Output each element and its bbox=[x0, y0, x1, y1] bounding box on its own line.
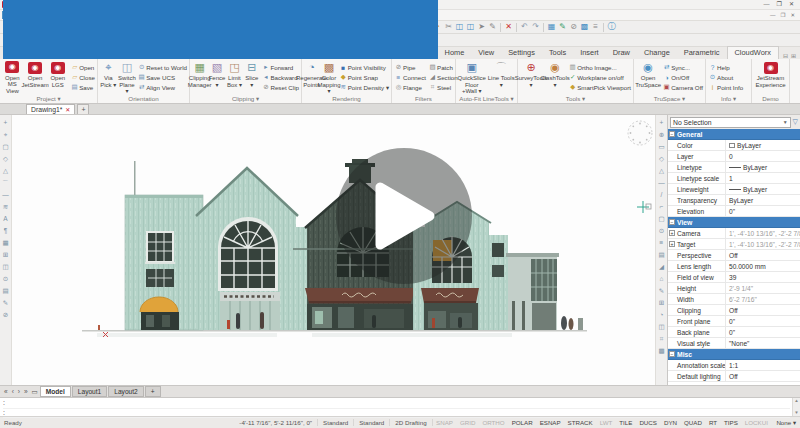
right-rail-tool-icon[interactable]: ≡ bbox=[660, 237, 664, 249]
status-toggle-rt[interactable]: RT bbox=[705, 419, 720, 426]
ribbon-item-align-view[interactable]: ⇄Align View bbox=[137, 82, 187, 92]
right-rail-tool-icon[interactable]: ⊙ bbox=[659, 225, 664, 237]
property-value[interactable]: 1:1 bbox=[726, 360, 800, 370]
layout-nav-icon[interactable]: » bbox=[22, 388, 30, 395]
ribbon-button-open-jetstream[interactable]: ◉Open JetStream bbox=[24, 60, 47, 94]
ribbon-button-limit-box[interactable]: ◳Limit Box ▾ bbox=[226, 60, 243, 94]
ribbon-item-point-visibility[interactable]: ■Point Visibility bbox=[339, 62, 389, 72]
ribbon-group-label[interactable]: Clipping ▾ bbox=[190, 94, 301, 103]
erase-icon[interactable]: ✕ bbox=[503, 21, 514, 33]
ribbon-item-on-off[interactable]: ◑On/Off bbox=[662, 72, 703, 82]
right-rail-tool-icon[interactable]: ⌗ bbox=[660, 333, 664, 345]
property-value[interactable]: 39 bbox=[726, 272, 800, 282]
ribbon-button-open-truspace[interactable]: ◉Open TruSpace bbox=[635, 60, 661, 94]
property-value[interactable]: Off bbox=[726, 371, 800, 381]
ribbon-item-open[interactable]: ▱Open bbox=[70, 62, 95, 72]
ribbon-group-label[interactable]: Auto-Fit LineTools ▾ bbox=[456, 94, 517, 103]
ribbon-item-help[interactable]: ?Help bbox=[708, 62, 743, 72]
left-rail-tool-icon[interactable]: + bbox=[4, 117, 8, 129]
ribbon-item-camera-off[interactable]: ▣Camera Off bbox=[662, 82, 703, 92]
right-rail-tool-icon[interactable]: ⌂ bbox=[660, 273, 664, 285]
ribbon-item-sync-[interactable]: ⇄Sync... bbox=[662, 62, 703, 72]
ribbon-item-patch[interactable]: ▨Patch bbox=[428, 62, 458, 72]
ribbon-item-reset-to-world[interactable]: ⊙Reset to World bbox=[137, 62, 187, 72]
ribbon-tab-file[interactable]: File bbox=[3, 0, 438, 59]
right-rail-tool-icon[interactable]: ▭ bbox=[658, 141, 664, 153]
video-play-button[interactable] bbox=[336, 148, 472, 284]
status-toggle-polar[interactable]: POLAR bbox=[508, 419, 536, 426]
drawing-canvas[interactable] bbox=[12, 115, 655, 385]
property-value[interactable]: 50.0000 mm bbox=[726, 261, 800, 271]
left-rail-tool-icon[interactable]: ◇ bbox=[3, 153, 8, 165]
maximize-icon[interactable]: ❐ bbox=[777, 0, 782, 9]
property-value[interactable]: 0" bbox=[726, 327, 800, 337]
right-rail-tool-icon[interactable]: △ bbox=[659, 165, 664, 177]
right-rail-tool-icon[interactable]: ◔ bbox=[660, 309, 664, 321]
ribbon-panel-toggle-icon[interactable]: ⊞ bbox=[791, 52, 796, 59]
layout-tab-model[interactable]: Model bbox=[40, 386, 71, 397]
ribbon-item-close[interactable]: ▱Close bbox=[70, 72, 95, 82]
layout-nav-icon[interactable]: « bbox=[2, 388, 10, 395]
filter-icon[interactable]: ▽ bbox=[793, 118, 798, 126]
right-rail-tool-icon[interactable]: — bbox=[658, 177, 665, 189]
properties-section-general[interactable]: −General bbox=[668, 129, 800, 140]
right-rail-tool-icon[interactable]: ⊞ bbox=[659, 297, 664, 309]
ribbon-group-label[interactable]: Demo bbox=[752, 94, 789, 103]
right-rail-tool-icon[interactable]: ⌐ bbox=[660, 201, 664, 213]
scroll-up-icon[interactable]: ▲ bbox=[794, 398, 798, 404]
info-icon[interactable]: ⓘ bbox=[606, 21, 617, 33]
property-value[interactable]: "None" bbox=[726, 338, 800, 348]
ribbon-tab-change[interactable]: Change bbox=[637, 47, 677, 59]
ribbon-tab-home[interactable]: Home bbox=[438, 47, 472, 59]
property-value[interactable]: ByLayer bbox=[726, 162, 800, 172]
document-tab[interactable]: Drawing1* ✕ bbox=[26, 104, 75, 114]
right-rail-tool-icon[interactable]: ◫ bbox=[658, 321, 664, 333]
ribbon-button-line-tools[interactable]: ⌒Line Tools ▾ bbox=[487, 60, 517, 94]
ribbon-tab-parametric[interactable]: Parametric bbox=[677, 47, 727, 59]
status-toggle-ducs[interactable]: DUCS bbox=[636, 419, 661, 426]
status-toggle-quad[interactable]: QUAD bbox=[681, 419, 706, 426]
property-value[interactable]: 0 bbox=[726, 151, 800, 161]
ribbon-button-slice[interactable]: ⊟Slice ▾ bbox=[243, 60, 260, 94]
ribbon-item-workplane-on-off[interactable]: ✓Workplane on/off bbox=[568, 72, 631, 82]
ribbon-item-pipe[interactable]: ⊘Pipe bbox=[394, 62, 426, 72]
ribbon-item-smartpick-viewport[interactable]: ◆SmartPick Viewport bbox=[568, 82, 631, 92]
ribbon-item-save[interactable]: ▤Save bbox=[70, 82, 95, 92]
annotate-icon[interactable]: ✎ bbox=[557, 21, 568, 33]
property-value[interactable]: 0" bbox=[726, 316, 800, 326]
document-close-icon[interactable]: ✕ bbox=[65, 106, 70, 113]
layout-tab-layout2[interactable]: Layout2 bbox=[108, 386, 143, 397]
ribbon-button-clipping-manager[interactable]: ▦Clipping Manager bbox=[191, 60, 208, 94]
left-rail-tool-icon[interactable]: — bbox=[2, 189, 9, 201]
status-field-1[interactable]: Standard bbox=[318, 419, 354, 426]
ribbon-group-label[interactable]: Filters bbox=[392, 94, 455, 103]
match-properties-icon[interactable]: ➤ bbox=[476, 21, 487, 33]
left-rail-tool-icon[interactable]: ▤ bbox=[2, 285, 8, 297]
scroll-down-icon[interactable]: ▼ bbox=[794, 410, 798, 416]
status-toggle-ortho[interactable]: ORTHO bbox=[479, 419, 508, 426]
ribbon-group-label[interactable]: Orientation bbox=[98, 94, 189, 103]
status-toggle-snap[interactable]: SNAP bbox=[433, 419, 457, 426]
ribbon-button-fence[interactable]: ▧Fence ▾ bbox=[208, 60, 225, 94]
ribbon-tab-cloudworx[interactable]: CloudWorx bbox=[727, 46, 779, 59]
collapse-icon[interactable]: − bbox=[669, 351, 675, 357]
right-rail-tool-icon[interactable]: ◢ bbox=[659, 261, 664, 273]
status-field-3[interactable]: 2D Drafting bbox=[390, 419, 432, 426]
minimize-icon[interactable]: — bbox=[764, 0, 770, 9]
collapse-icon[interactable]: − bbox=[669, 219, 675, 225]
redo-icon[interactable]: ↷ bbox=[530, 21, 541, 33]
doc-restore-icon[interactable]: ❐ bbox=[780, 12, 785, 18]
new-document-button[interactable]: + bbox=[77, 104, 89, 114]
layout-tab-layout1[interactable]: Layout1 bbox=[72, 386, 107, 397]
command-scrollbar[interactable]: ▲ ▼ bbox=[792, 398, 800, 416]
ribbon-panel-toggle-icon[interactable]: ⊟ bbox=[783, 52, 788, 59]
expand-icon[interactable]: + bbox=[669, 230, 675, 236]
ribbon-item-save-ucs[interactable]: ▤Save UCS bbox=[137, 72, 187, 82]
doc-minimize-icon[interactable]: — bbox=[770, 12, 776, 18]
view-compass[interactable] bbox=[628, 121, 652, 145]
ribbon-group-label[interactable]: Info ▾ bbox=[706, 94, 751, 103]
paste-icon[interactable]: ◫ bbox=[465, 21, 476, 33]
left-rail-tool-icon[interactable]: ⌖ bbox=[4, 129, 8, 141]
property-value[interactable]: 1', -4'-10 13/16", -2'-2 7/8" bbox=[726, 239, 800, 249]
ribbon-item-steel[interactable]: ⌗Steel bbox=[428, 82, 458, 92]
